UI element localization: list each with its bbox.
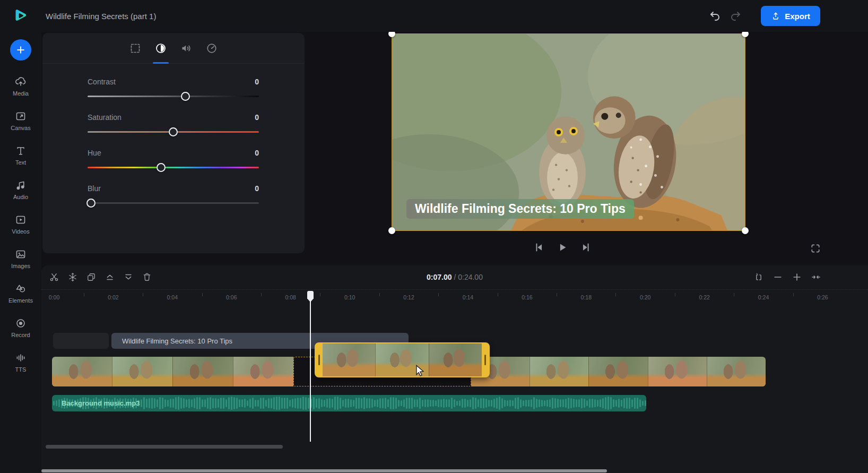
timeline-toolbar: 0:07.00 / 0:24.00 (41, 265, 868, 290)
undo-icon[interactable] (709, 10, 722, 22)
sidebar-item-label: Elements (8, 297, 33, 304)
tab-transform[interactable] (129, 42, 142, 55)
sidebar-item-videos[interactable]: Videos (0, 207, 41, 242)
tab-adjust[interactable] (154, 42, 167, 55)
resize-handle-bottom-right[interactable] (742, 227, 749, 234)
prev-frame-icon[interactable] (533, 242, 545, 253)
ruler-label: 0:22 (694, 294, 715, 300)
export-label: Export (785, 12, 810, 21)
slider-knob[interactable] (181, 92, 190, 101)
slider-hue: Hue0 (88, 149, 259, 172)
media-icon (15, 76, 27, 88)
video-thumbnail (112, 357, 172, 386)
ruler-label: 0:06 (221, 294, 242, 300)
slider-contrast: Contrast0 (88, 78, 259, 101)
ruler-tick (84, 293, 84, 296)
current-time: 0:07.00 (427, 273, 452, 281)
logo-play-icon[interactable] (12, 7, 29, 24)
ruler-label: 0:04 (162, 294, 183, 300)
ruler-tick (615, 293, 616, 296)
sidebar-item-media[interactable]: Media (0, 69, 41, 104)
sidebar-item-canvas[interactable]: Canvas (0, 104, 41, 138)
project-title[interactable]: Wildlife Filming Secrets (part 1) (46, 0, 156, 32)
ruler-tick (261, 293, 262, 296)
slider-track[interactable] (88, 199, 259, 208)
record-icon (15, 317, 27, 329)
audio-clip[interactable]: Background music.mp3 (52, 395, 646, 411)
sidebar-item-label: Images (11, 263, 30, 269)
slider-label: Contrast (88, 78, 116, 86)
add-media-button[interactable] (10, 39, 31, 61)
ruler-label: 0:00 (44, 294, 65, 300)
sidebar-item-label: Record (11, 332, 30, 338)
play-icon[interactable] (557, 242, 568, 253)
clip-trim-handle-right[interactable] (482, 343, 489, 376)
video-thumbnail (52, 357, 112, 386)
timeline-scrollbar-bottom[interactable] (41, 469, 607, 472)
export-upload-icon (771, 11, 780, 21)
timeline-scrollbar[interactable] (46, 445, 283, 449)
audio-clip-label: Background music.mp3 (62, 395, 140, 411)
time-display: 0:07.00 / 0:24.00 (41, 273, 868, 281)
redo-icon[interactable] (729, 10, 742, 22)
sidebar-item-elements[interactable]: Elements (0, 276, 41, 311)
slider-knob[interactable] (169, 127, 178, 136)
video-text-overlay[interactable]: Wildlife Filming Secrets: 10 Pro Tips (406, 199, 634, 219)
fullscreen-icon[interactable] (810, 243, 821, 254)
slider-value: 0 (255, 184, 259, 193)
sidebar-item-tts[interactable]: TTS (0, 345, 41, 380)
slider-track[interactable] (88, 163, 259, 172)
sidebar-item-record[interactable]: Record (0, 311, 41, 345)
slider-knob[interactable] (86, 199, 96, 208)
fit-timeline-icon[interactable] (811, 272, 821, 282)
slider-label: Saturation (88, 113, 121, 122)
slider-track[interactable] (88, 92, 259, 101)
playhead-handle[interactable] (307, 291, 314, 302)
tab-speed[interactable] (205, 42, 218, 55)
ruler-label: 0:20 (635, 294, 656, 300)
zoom-in-icon[interactable] (792, 272, 802, 282)
video-clip-right[interactable] (471, 357, 766, 386)
ruler-label: 0:18 (576, 294, 597, 300)
video-thumbnail (323, 343, 375, 376)
ruler-tick (320, 293, 320, 296)
resize-handle-bottom-left[interactable] (388, 227, 395, 234)
slider-label: Blur (88, 184, 101, 193)
zoom-out-icon[interactable] (772, 272, 783, 282)
slider-label: Hue (88, 149, 101, 157)
clip-trim-handle-left[interactable] (316, 343, 323, 376)
sidebar-item-label: Videos (12, 228, 29, 235)
next-frame-icon[interactable] (580, 242, 592, 253)
ruler-tick (734, 293, 734, 296)
tts-icon (15, 352, 27, 364)
selected-video-clip[interactable] (315, 342, 490, 377)
video-thumbnail (648, 357, 707, 386)
timeline-ruler[interactable]: 0:000:020:040:060:080:100:120:140:160:18… (41, 290, 868, 306)
sidebar-item-label: Media (13, 90, 29, 97)
ruler-label: 0:10 (339, 294, 360, 300)
total-time: 0:24.00 (458, 273, 483, 281)
slider-track[interactable] (88, 127, 259, 136)
snap-icon[interactable] (753, 272, 764, 282)
ruler-tick (143, 293, 143, 296)
playhead-line (310, 301, 311, 442)
text-clip-secondary[interactable] (53, 333, 109, 349)
playhead[interactable] (307, 291, 314, 442)
slider-saturation: Saturation0 (88, 113, 259, 136)
text-icon (15, 145, 27, 157)
tab-volume[interactable] (180, 42, 193, 55)
sidebar-item-label: Audio (13, 194, 28, 200)
timeline-panel: 0:07.00 / 0:24.00 (41, 265, 868, 473)
ruler-tick (498, 293, 498, 296)
audio-waveform (52, 395, 646, 411)
export-button[interactable]: Export (761, 6, 820, 26)
video-clip-left[interactable] (52, 357, 293, 386)
slider-value: 0 (255, 149, 259, 157)
sidebar-item-images[interactable]: Images (0, 242, 41, 276)
sidebar-item-audio[interactable]: Audio (0, 173, 41, 207)
slider-knob[interactable] (157, 163, 166, 172)
sidebar-item-text[interactable]: Text (0, 138, 41, 173)
slider-blur: Blur0 (88, 184, 259, 208)
ruler-tick (675, 293, 675, 296)
preview-stage[interactable]: Wildlife Filming Secrets: 10 Pro Tips (392, 33, 745, 231)
